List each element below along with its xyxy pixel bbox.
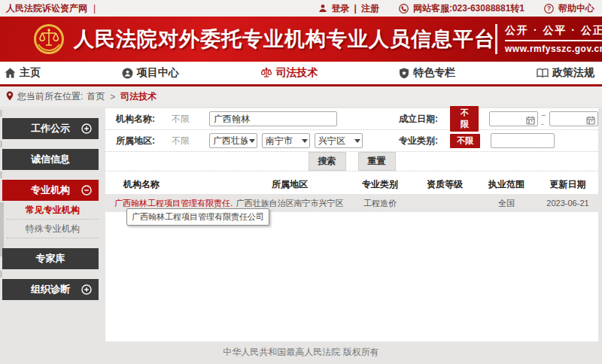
platform-title: 人民法院对外委托专业机构专业人员信息平台 [74,26,495,53]
sidebar-item-expert-pool[interactable]: 专家库 [2,248,99,269]
main-nav: 主页 项目中心 司法技术 [0,62,602,86]
home-icon [5,68,16,78]
founded-date-label: 成立日期: [399,113,438,126]
category-input[interactable] [491,133,555,148]
founded-any-button[interactable]: 不限 [450,106,479,132]
copyright-text: 中华人民共和国最高人民法院 版权所有 [223,347,379,357]
date-range-separator: --- [541,110,546,128]
expand-icon [81,284,92,297]
shield-icon [399,68,409,79]
chevron-down-icon [249,139,255,143]
sidebar-submenu: 常见专业机构 特殊专业机构 [2,201,99,238]
district-select[interactable]: 兴宁区 [315,133,363,148]
city-select[interactable]: 南宁市 [262,133,310,148]
nav-policies[interactable]: 政策法规 [537,66,594,80]
org-name-label: 机构名称: [116,113,155,126]
cell-updated: 2023-06-21 [537,199,598,208]
site-banner: 人民法院对外委托专业机构专业人员信息平台 公开 · 公平 · 公正 www.rm… [0,17,602,62]
sidebar-item-work-publicity[interactable]: 工作公示 [2,118,99,139]
region-any[interactable]: 不限 [172,135,190,147]
search-button[interactable]: 搜索 [309,152,346,171]
help-link[interactable]: 帮助中心 [558,2,594,15]
scales-icon [260,67,272,79]
breadcrumb-separator: > [110,92,115,102]
footer: 中华人民共和国最高人民法院 版权所有 [0,346,602,359]
topbar-divider: | [93,3,96,14]
sidebar-item-org-diagnosis[interactable]: 组织诊断 [2,279,99,300]
sidebar: 工作公示 诚信信息 专业机构 常见专业机构 特殊专业机构 专 [0,108,101,300]
nav-special-column[interactable]: 特色专栏 [399,66,455,80]
reset-button[interactable]: 重置 [358,152,396,171]
district-select-value: 兴宁区 [318,135,353,147]
calendar-icon [586,114,595,128]
nav-label: 项目中心 [137,66,179,80]
nav-label: 主页 [20,66,41,80]
org-name-link[interactable]: 广西翰林工程项目管理有限责任... [105,198,233,209]
site-url: www.rmfysszc.gov.cn [505,44,602,54]
sidebar-item-professional-orgs[interactable]: 专业机构 [2,180,99,201]
org-name-input[interactable] [209,111,337,126]
nav-label: 政策法规 [552,66,594,80]
province-select-value: 广西壮族自治 [213,135,248,147]
submenu-item-label: 特殊专业机构 [26,223,80,235]
col-header-grade: 资质等级 [414,178,476,191]
breadcrumb-home-link[interactable]: 首页 [87,90,105,103]
org-name-tooltip: 广西翰林工程项目管理有限责任公司 [126,208,269,226]
nav-label: 司法技术 [276,66,318,80]
utility-bar: 人民法院诉讼资产网 | 登录 | 注册 网站客服:023-63088881转1 … [0,0,602,17]
sidebar-item-label: 工作公示 [31,122,70,135]
project-center-icon [122,68,133,79]
form-row-org-name: 机构名称: 不限 成立日期: 不限 --- [105,108,598,130]
submenu-item-common-orgs[interactable]: 常见专业机构 [7,201,99,220]
register-link[interactable]: 注册 [361,2,379,15]
site-home-link[interactable]: 人民法院诉讼资产网 [6,2,87,15]
help-icon: ? [544,4,554,14]
page: 人民法院诉讼资产网 | 登录 | 注册 网站客服:023-63088881转1 … [0,0,602,364]
location-pin-icon [6,91,14,103]
svg-text:?: ? [547,5,551,12]
col-header-region: 所属地区 [233,178,346,191]
login-link[interactable]: 登录 [332,2,350,15]
form-buttons: 搜索 重置 [105,152,598,171]
region-label: 所属地区: [116,135,155,147]
user-icon [318,4,327,13]
breadcrumb-prefix: 您当前所在位置: [17,90,83,103]
calendar-icon [526,114,535,128]
sidebar-item-integrity-info[interactable]: 诚信信息 [2,149,99,170]
founded-to-input[interactable] [549,111,598,126]
founded-from-input[interactable] [489,111,538,126]
slogan: 公开 · 公平 · 公正 [505,24,602,41]
nav-label: 特色专栏 [413,66,455,80]
submenu-item-label: 常见专业机构 [26,204,80,217]
category-label: 专业类别: [399,135,438,147]
nav-home[interactable]: 主页 [5,66,41,80]
chevron-down-icon [302,139,308,143]
sidebar-item-label: 专家库 [36,252,65,265]
submenu-item-special-orgs[interactable]: 特殊专业机构 [7,220,99,238]
nav-judicial-tech[interactable]: 司法技术 [260,66,318,80]
results-table: 机构名称 所属地区 专业类别 资质等级 执业范围 更新日期 广西翰林工程项目管理… [105,174,598,212]
sidebar-item-label: 组织诊断 [31,283,70,296]
province-select[interactable]: 广西壮族自治 [209,133,257,148]
col-header-category: 专业类别 [346,178,414,191]
court-emblem-logo [33,23,65,55]
nav-project-center[interactable]: 项目中心 [122,66,179,80]
auth-divider: | [354,3,357,14]
cell-region: 广西壮族自治区南宁市兴宁区 [233,198,346,209]
hotline-label[interactable]: 网站客服:023-63088881转1 [413,2,524,15]
expand-icon [81,123,92,136]
cell-category: 工程造价 [346,198,414,209]
collapse-icon [81,185,92,198]
chevron-down-icon [354,139,360,143]
category-any-button[interactable]: 不限 [450,134,480,148]
col-header-scope: 执业范围 [476,178,537,191]
breadcrumb: 您当前所在位置: 首页 > 司法技术 [0,86,602,107]
main-panel: 机构名称: 不限 成立日期: 不限 --- [105,108,598,341]
form-row-region: 所属地区: 不限 广西壮族自治 南宁市 兴宁区 专业类别: 不限 [105,130,598,152]
org-name-any[interactable]: 不限 [172,113,190,126]
cell-scope: 全国 [476,198,537,209]
breadcrumb-current[interactable]: 司法技术 [120,90,157,103]
col-header-updated: 更新日期 [537,178,598,191]
phone-icon [399,4,409,14]
table-header-row: 机构名称 所属地区 专业类别 资质等级 执业范围 更新日期 [105,174,598,194]
